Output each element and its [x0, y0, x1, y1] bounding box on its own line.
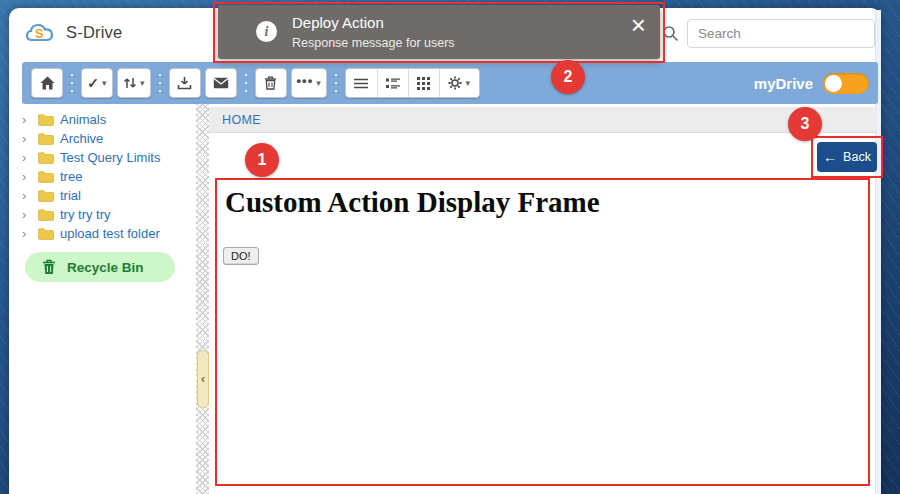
- app-title: S-Drive: [66, 23, 122, 42]
- tree-item-animals[interactable]: › Animals: [22, 110, 192, 129]
- settings-button[interactable]: ▾: [439, 69, 479, 97]
- email-button[interactable]: [205, 68, 237, 98]
- folder-label[interactable]: upload test folder: [60, 226, 160, 241]
- back-button-label: Back: [843, 150, 871, 164]
- tree-item-trial[interactable]: › trial: [22, 186, 192, 205]
- folder-label[interactable]: try try try: [60, 207, 111, 222]
- annotation-badge-1: 1: [245, 143, 279, 177]
- home-icon: [40, 76, 55, 90]
- sort-button[interactable]: ▾: [117, 68, 151, 98]
- download-icon: [177, 76, 192, 90]
- toast-message: Response message for users: [292, 36, 455, 50]
- list-view-button[interactable]: [346, 69, 377, 97]
- trash-icon: [42, 259, 56, 275]
- chevron-left-icon: ‹: [201, 372, 205, 386]
- folder-tree: › Animals › Archive › Test Query Limits …: [22, 110, 192, 243]
- chevron-right-icon[interactable]: ›: [22, 132, 32, 145]
- chevron-right-icon[interactable]: ›: [22, 189, 32, 202]
- tree-item-tree[interactable]: › tree: [22, 167, 192, 186]
- app-window: S S-Drive ✓ ▾: [0, 0, 900, 494]
- grid-view-button[interactable]: [408, 69, 439, 97]
- frame-heading: Custom Action Display Frame: [225, 186, 600, 219]
- folder-icon: [38, 209, 54, 221]
- folder-icon: [38, 114, 54, 126]
- search-input[interactable]: [687, 19, 875, 48]
- detail-view-icon: [386, 78, 400, 89]
- chevron-down-icon: ▾: [102, 79, 107, 88]
- annotation-badge-2: 2: [551, 60, 585, 94]
- view-switcher: ▾: [345, 68, 480, 98]
- back-button[interactable]: ← Back: [817, 142, 877, 172]
- chevron-right-icon[interactable]: ›: [22, 227, 32, 240]
- info-icon: i: [256, 21, 277, 42]
- chevron-down-icon: ▾: [316, 79, 321, 88]
- folder-icon: [38, 152, 54, 164]
- toolbar-separator: [244, 71, 248, 95]
- mydrive-label: myDrive: [754, 75, 813, 92]
- gear-icon: [448, 76, 462, 90]
- annotation-badge-3: 3: [788, 107, 822, 141]
- toolbar-separator: [70, 71, 74, 95]
- do-button[interactable]: DO!: [223, 247, 259, 265]
- chevron-down-icon: ▾: [140, 79, 145, 88]
- close-icon: ×: [631, 10, 646, 40]
- list-view-icon: [354, 78, 368, 89]
- folder-label[interactable]: trial: [60, 188, 81, 203]
- breadcrumb: HOME: [209, 107, 877, 133]
- select-all-button[interactable]: ✓ ▾: [81, 68, 113, 98]
- tree-item-upload-test-folder[interactable]: › upload test folder: [22, 224, 192, 243]
- breadcrumb-home-link[interactable]: HOME: [222, 113, 261, 127]
- toast-close-button[interactable]: ×: [631, 12, 646, 38]
- chevron-right-icon[interactable]: ›: [22, 208, 32, 221]
- chevron-down-icon: ▾: [465, 79, 470, 88]
- download-button[interactable]: [169, 68, 201, 98]
- folder-label[interactable]: Archive: [60, 131, 103, 146]
- recycle-bin-button[interactable]: Recycle Bin: [25, 252, 175, 282]
- toolbar-separator: [158, 71, 162, 95]
- chevron-right-icon[interactable]: ›: [22, 170, 32, 183]
- tree-item-archive[interactable]: › Archive: [22, 129, 192, 148]
- folder-icon: [38, 190, 54, 202]
- recycle-bin-label: Recycle Bin: [67, 260, 144, 275]
- envelope-icon: [213, 77, 229, 89]
- chevron-right-icon[interactable]: ›: [22, 113, 32, 126]
- folder-label[interactable]: Animals: [60, 112, 106, 127]
- toast-title: Deploy Action: [292, 14, 384, 31]
- folder-icon: [38, 171, 54, 183]
- more-actions-button[interactable]: ••• ▾: [291, 68, 327, 98]
- folder-icon: [38, 133, 54, 145]
- delete-button[interactable]: [255, 68, 287, 98]
- toast-notification: i Deploy Action Response message for use…: [218, 5, 660, 59]
- sort-icon: [123, 76, 137, 90]
- back-arrow-icon: ←: [823, 150, 837, 164]
- mydrive-control: myDrive: [754, 73, 869, 94]
- svg-text:S: S: [35, 26, 44, 41]
- folder-label[interactable]: Test Query Limits: [60, 150, 160, 165]
- app-header: S S-Drive: [25, 21, 122, 43]
- toolbar: ✓ ▾ ▾: [22, 62, 878, 104]
- folder-icon: [38, 228, 54, 240]
- folder-label[interactable]: tree: [60, 169, 82, 184]
- grid-view-icon: [417, 77, 430, 90]
- home-button[interactable]: [31, 68, 63, 98]
- trash-icon: [264, 76, 277, 90]
- mydrive-toggle[interactable]: [823, 73, 869, 94]
- detail-view-button[interactable]: [377, 69, 408, 97]
- toolbar-separator: [334, 71, 338, 95]
- collapse-sidebar-handle[interactable]: ‹: [197, 350, 209, 408]
- chevron-right-icon[interactable]: ›: [22, 151, 32, 164]
- tree-item-try-try-try[interactable]: › try try try: [22, 205, 192, 224]
- search-icon: [662, 25, 679, 42]
- panel-splitter[interactable]: [196, 104, 209, 494]
- toggle-knob: [825, 75, 842, 92]
- check-icon: ✓: [87, 75, 99, 91]
- tree-item-test-query-limits[interactable]: › Test Query Limits: [22, 148, 192, 167]
- cloud-logo-icon: S: [25, 21, 55, 43]
